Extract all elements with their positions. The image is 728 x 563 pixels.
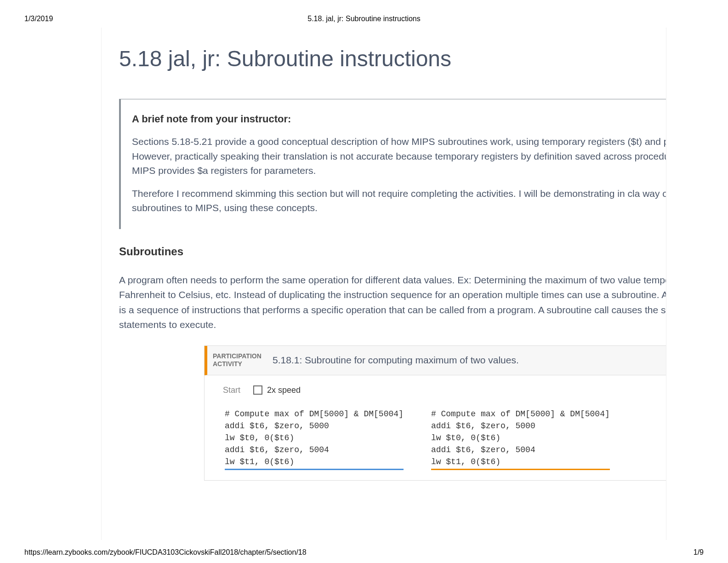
activity-type-line1: PARTICIPATION	[213, 352, 263, 361]
participation-activity: PARTICIPATION ACTIVITY 5.18.1: Subroutin…	[204, 345, 666, 481]
activity-header[interactable]: PARTICIPATION ACTIVITY 5.18.1: Subroutin…	[205, 346, 666, 375]
code-block-left: # Compute max of DM[5000] & DM[5004] add…	[225, 408, 404, 470]
instructor-note-para2: Therefore I recommend skimming this sect…	[132, 186, 666, 215]
print-page-indicator: 1/9	[694, 548, 704, 557]
code-columns: # Compute max of DM[5000] & DM[5004] add…	[223, 408, 666, 470]
section-body: A program often needs to perform the sam…	[119, 273, 666, 333]
section-body-post: is a sequence of instructions that perfo…	[119, 304, 666, 330]
section-body-pre: A program often needs to perform the sam…	[119, 275, 666, 300]
start-button[interactable]: Start	[223, 385, 240, 395]
speed-label: 2x speed	[267, 385, 301, 395]
print-header: 1/3/2019 5.18. jal, jr: Subroutine instr…	[0, 15, 728, 23]
code-block-right: # Compute max of DM[5000] & DM[5004] add…	[431, 408, 610, 470]
print-date: 1/3/2019	[24, 15, 53, 23]
print-header-title: 5.18. jal, jr: Subroutine instructions	[24, 15, 704, 23]
section-heading: Subroutines	[119, 245, 666, 258]
speed-checkbox[interactable]	[253, 385, 262, 395]
activity-title: 5.18.1: Subroutine for computing maximum…	[273, 355, 519, 366]
page-title: 5.18 jal, jr: Subroutine instructions	[119, 46, 666, 71]
activity-controls: Start 2x speed	[223, 385, 666, 395]
content-container: 5.18 jal, jr: Subroutine instructions A …	[101, 28, 666, 540]
activity-type-line2: ACTIVITY	[213, 360, 263, 368]
instructor-note-heading: A brief note from your instructor:	[132, 113, 666, 125]
activity-type-label: PARTICIPATION ACTIVITY	[213, 352, 263, 368]
instructor-note-para1: Sections 5.18-5.21 provide a good concep…	[132, 134, 666, 178]
activity-body: Start 2x speed # Compute max of DM[5000]…	[205, 375, 666, 480]
instructor-note: A brief note from your instructor: Secti…	[119, 99, 666, 229]
print-url: https://learn.zybooks.com/zybook/FIUCDA3…	[24, 548, 307, 557]
